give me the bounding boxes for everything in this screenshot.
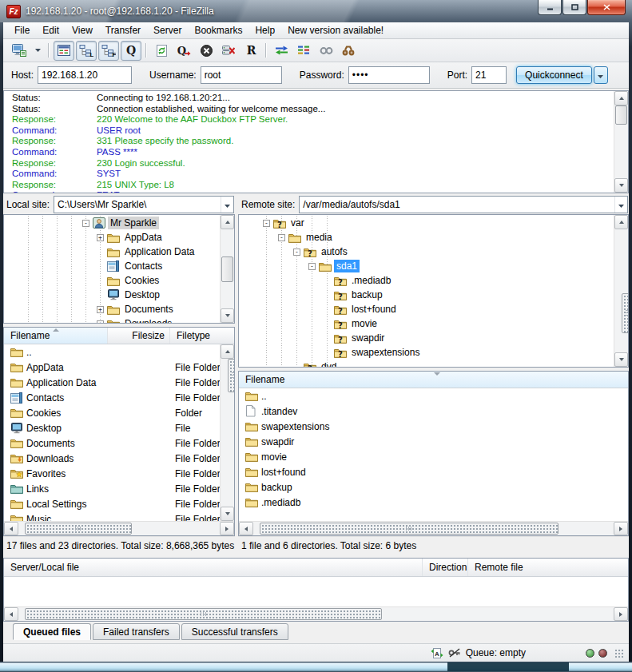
username-input[interactable]: [201, 66, 282, 84]
tree-expander[interactable]: -: [263, 220, 270, 227]
scroll-right-button[interactable]: [220, 522, 234, 535]
.titandev[interactable]: .titandev: [239, 404, 628, 419]
synchronized-browsing-button[interactable]: [293, 41, 314, 61]
Cookies[interactable]: Cookies Folder: [4, 405, 221, 420]
insecure-connection-icon[interactable]: [448, 648, 461, 658]
scroll-up-button[interactable]: [221, 344, 234, 359]
tree-node[interactable]: ? lost+found: [239, 302, 614, 316]
scroll-down-button[interactable]: [614, 352, 628, 367]
tree-node[interactable]: Desktop: [4, 288, 221, 302]
toggle-queue-button[interactable]: Q: [121, 41, 141, 61]
password-input[interactable]: [348, 66, 430, 84]
tree-expander[interactable]: -: [293, 249, 300, 256]
tree-expander[interactable]: +: [97, 320, 104, 324]
filter-button[interactable]: [316, 41, 336, 61]
menu-item[interactable]: Edit: [36, 22, 66, 38]
queue-body[interactable]: [4, 577, 628, 606]
tree-expander[interactable]: -: [308, 263, 316, 270]
cancel-operation-button[interactable]: [196, 41, 217, 61]
directory-comparison-button[interactable]: [271, 41, 292, 61]
tree-node[interactable]: ? backup: [239, 288, 614, 302]
tree-node[interactable]: + Downloads: [4, 316, 221, 323]
remote-list-hscrollbar[interactable]: [239, 521, 628, 535]
backup[interactable]: backup: [239, 479, 628, 495]
local-site-combobox[interactable]: C:\Users\Mr Sparkle\: [54, 196, 234, 213]
menu-item[interactable]: Help: [248, 22, 281, 38]
Local Settings[interactable]: Local Settings File Folder: [4, 496, 221, 511]
tree-node[interactable]: ? dvd: [239, 360, 614, 367]
..[interactable]: ..: [239, 388, 628, 404]
tree-expander[interactable]: +: [97, 234, 104, 241]
remote-site-combobox[interactable]: /var/media/autofs/sda1: [299, 196, 628, 213]
titlebar[interactable]: Fz 192.168.1.20 - root@192.168.1.20 - Fi…: [0, 0, 632, 22]
port-input[interactable]: [471, 66, 507, 84]
scrollbar-thumb[interactable]: [25, 523, 132, 535]
queue-tab[interactable]: Queued files: [13, 623, 91, 640]
transfer-type-icon[interactable]: A: [431, 647, 443, 659]
tree-expander[interactable]: -: [278, 234, 285, 241]
quickconnect-button[interactable]: Quickconnect: [516, 66, 592, 84]
menu-item[interactable]: Server: [147, 22, 188, 38]
tree-node[interactable]: Application Data: [4, 245, 221, 259]
close-button[interactable]: [587, 0, 626, 15]
..[interactable]: ..: [4, 344, 221, 360]
local-list-hscrollbar[interactable]: [4, 521, 234, 535]
tree-expander[interactable]: -: [82, 220, 89, 227]
scrollbar-thumb[interactable]: [221, 256, 233, 282]
scroll-down-button[interactable]: [614, 178, 628, 193]
menu-item[interactable]: Transfer: [99, 22, 147, 38]
tree-node[interactable]: ? swapdir: [239, 331, 614, 345]
Favorites[interactable]: Favorites File Folder: [4, 466, 221, 481]
combo-dropdown-button[interactable]: [221, 197, 233, 213]
tree-expander[interactable]: +: [97, 306, 104, 313]
tree-node[interactable]: Contacts: [4, 259, 221, 273]
movie[interactable]: movie: [239, 449, 628, 464]
scrollbar-thumb[interactable]: [622, 293, 629, 333]
host-input[interactable]: [38, 66, 132, 84]
toggle-message-log-button[interactable]: [54, 41, 74, 61]
refresh-button[interactable]: [151, 41, 172, 61]
scrollbar-thumb[interactable]: [25, 608, 382, 620]
column-header-server-local-file[interactable]: Server/Local file: [4, 559, 423, 576]
tree-node[interactable]: ? movie: [239, 316, 614, 331]
scroll-left-button[interactable]: [4, 522, 18, 535]
reconnect-button[interactable]: R: [240, 41, 261, 61]
scroll-down-button[interactable]: [221, 507, 234, 521]
scroll-right-button[interactable]: [614, 522, 628, 535]
scroll-up-button[interactable]: [221, 215, 234, 229]
tree-node[interactable]: - sda1: [239, 259, 614, 273]
resize-grip[interactable]: [614, 648, 624, 658]
tree-node[interactable]: - ? var: [239, 216, 614, 230]
Application Data[interactable]: Application Data File Folder: [4, 375, 221, 390]
site-manager-button[interactable]: [9, 41, 30, 61]
Desktop[interactable]: Desktop File: [4, 420, 221, 435]
Downloads[interactable]: Downloads File Folder: [4, 451, 221, 466]
swapextensions[interactable]: swapextensions: [239, 419, 628, 434]
scroll-up-button[interactable]: [614, 215, 628, 229]
column-header-remote-file[interactable]: Remote file: [468, 559, 628, 576]
menu-item[interactable]: File: [8, 22, 36, 38]
queue-tab[interactable]: Failed transfers: [93, 623, 180, 640]
scroll-down-button[interactable]: [221, 308, 234, 323]
local-tree-scrollbar[interactable]: [220, 215, 234, 323]
scrollbar-thumb[interactable]: [615, 105, 627, 125]
tree-node[interactable]: - Mr Sparkle: [4, 216, 221, 230]
menu-item[interactable]: New version available!: [281, 22, 390, 38]
Links[interactable]: Links File Folder: [4, 481, 221, 496]
scrollbar-thumb[interactable]: [260, 523, 558, 535]
toggle-local-tree-button[interactable]: L: [76, 41, 97, 61]
queue-tab[interactable]: Successful transfers: [181, 623, 288, 640]
column-header-filesize[interactable]: Filesize: [108, 328, 170, 344]
column-header-direction[interactable]: Direction: [423, 559, 468, 576]
scroll-left-button[interactable]: [239, 522, 253, 535]
quickconnect-dropdown-button[interactable]: [594, 66, 608, 84]
column-header-filetype[interactable]: Filetype: [170, 328, 234, 344]
menu-item[interactable]: Bookmarks: [188, 22, 248, 38]
Contacts[interactable]: Contacts File Folder: [4, 390, 221, 405]
minimize-button[interactable]: [538, 0, 562, 15]
file-search-button[interactable]: [338, 41, 359, 61]
scroll-left-button[interactable]: [4, 607, 18, 621]
disconnect-button[interactable]: [218, 41, 239, 61]
tree-node[interactable]: ? .mediadb: [239, 273, 614, 288]
maximize-button[interactable]: [562, 0, 586, 15]
